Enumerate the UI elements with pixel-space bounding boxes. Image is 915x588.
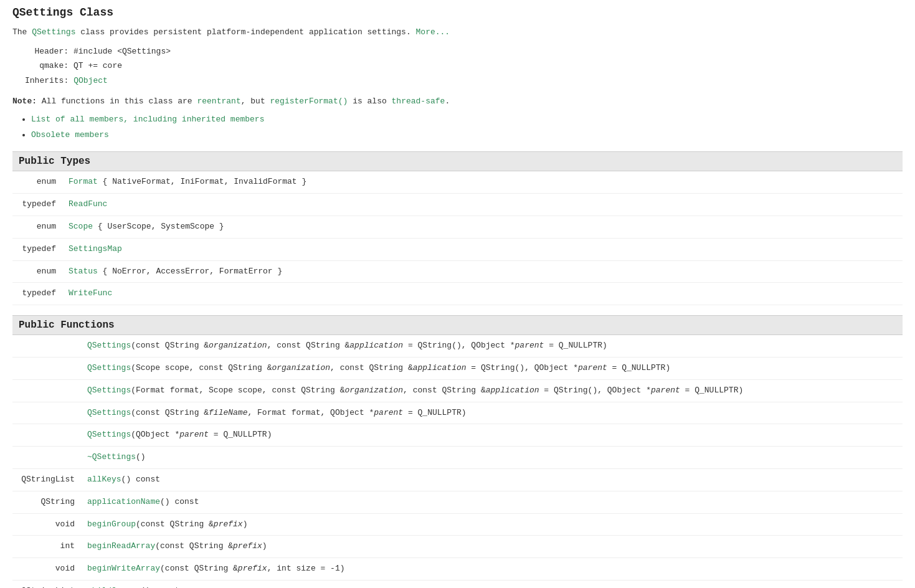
table-row: ~QSettings() [12,447,903,469]
registerformat-link[interactable]: registerFormat() [270,97,348,106]
threadsafe-link[interactable]: thread-safe [392,97,445,106]
public-types-table: enum Format { NativeFormat, IniFormat, I… [12,171,903,305]
table-row: QSettings(Format format, Scope scope, co… [12,379,903,402]
func-signature: ~QSettings() [81,447,903,469]
func-return-type: QStringList [12,468,81,491]
list-item: Obsolete members [31,129,903,142]
more-link[interactable]: More... [416,27,450,37]
type-definition: Scope { UserScope, SystemScope } [62,216,903,238]
public-types-header: Public Types [12,151,903,171]
type-definition: SettingsMap [62,238,903,260]
inherits-label: Inherits: [25,74,69,88]
type-definition: ReadFunc [62,194,903,216]
func-signature: QSettings(QObject *parent = Q_NULLPTR) [81,424,903,447]
func-signature: QSettings(Scope scope, const QString &or… [81,357,903,379]
table-row: QSettings(QObject *parent = Q_NULLPTR) [12,424,903,447]
func-return-type: int [12,536,81,558]
table-row: void beginGroup(const QString &prefix) [12,513,903,536]
func-signature: childGroups() const [81,580,903,588]
func-return-type [12,357,81,379]
type-keyword: enum [12,260,62,283]
table-row: QSettings(Scope scope, const QString &or… [12,357,903,379]
table-row: QString applicationName() const [12,491,903,513]
note-text4: . [445,97,450,106]
func-signature: QSettings(Format format, Scope scope, co… [81,379,903,402]
qsettings-link[interactable]: QSettings [32,27,75,37]
func-signature: applicationName() const [81,491,903,513]
func-return-type [12,335,81,357]
func-return-type: QString [12,491,81,513]
obsolete-link[interactable]: Obsolete members [31,130,109,140]
table-row: typedef ReadFunc [12,194,903,216]
func-signature: beginWriteArray(const QString &prefix, i… [81,558,903,581]
table-row: enum Scope { UserScope, SystemScope } [12,216,903,238]
func-return-type [12,447,81,469]
description-line: The QSettings class provides persistent … [12,26,903,39]
qmake-label: qmake: [25,59,69,73]
note-line: Note: All functions in this class are re… [12,95,903,108]
inherits-row: Inherits: QObject [25,74,903,88]
public-functions-header: Public Functions [12,315,903,335]
type-definition: WriteFunc [62,283,903,305]
func-return-type: void [12,513,81,536]
public-functions-table: QSettings(const QString &organization, c… [12,335,903,588]
note-bold: Note: [12,97,37,106]
func-signature: beginReadArray(const QString &prefix) [81,536,903,558]
func-return-type: void [12,558,81,581]
note-text1: All functions in this class are [37,97,197,106]
type-keyword: enum [12,216,62,238]
page-title: QSettings Class [12,6,903,19]
reentrant-link[interactable]: reentrant [197,97,240,106]
func-return-type [12,379,81,402]
type-keyword: enum [12,171,62,193]
func-return-type [12,402,81,424]
table-row: typedef WriteFunc [12,283,903,305]
desc-text-before: The [12,27,32,37]
table-row: typedef SettingsMap [12,238,903,260]
note-text2: , but [241,97,270,106]
func-signature: QSettings(const QString &fileName, Forma… [81,402,903,424]
type-definition: Status { NoError, AccessError, FormatErr… [62,260,903,283]
table-row: QStringList allKeys() const [12,468,903,491]
note-text3: is also [348,97,391,106]
all-members-link[interactable]: List of all members, including inherited… [31,115,264,124]
func-signature: allKeys() const [81,468,903,491]
qmake-value: QT += core [73,59,122,73]
desc-text-middle: class provides persistent platform-indep… [75,27,415,37]
table-row: enum Format { NativeFormat, IniFormat, I… [12,171,903,193]
table-row: QSettings(const QString &fileName, Forma… [12,402,903,424]
header-row: Header: #include <QSettings> [25,44,903,59]
header-value: #include <QSettings> [73,44,171,59]
type-keyword: typedef [12,238,62,260]
inherits-link[interactable]: QObject [73,74,108,88]
func-return-type [12,424,81,447]
type-definition: Format { NativeFormat, IniFormat, Invali… [62,171,903,193]
type-keyword: typedef [12,194,62,216]
func-return-type: QStringList [12,580,81,588]
func-signature: beginGroup(const QString &prefix) [81,513,903,536]
qmake-row: qmake: QT += core [25,59,903,73]
table-row: QSettings(const QString &organization, c… [12,335,903,357]
header-label: Header: [25,44,69,59]
func-signature: QSettings(const QString &organization, c… [81,335,903,357]
list-item: List of all members, including inherited… [31,113,903,126]
type-keyword: typedef [12,283,62,305]
table-row: void beginWriteArray(const QString &pref… [12,558,903,581]
table-row: enum Status { NoError, AccessError, Form… [12,260,903,283]
bullet-list: List of all members, including inherited… [31,113,903,142]
meta-table: Header: #include <QSettings> qmake: QT +… [25,44,903,88]
table-row: int beginReadArray(const QString &prefix… [12,536,903,558]
table-row: QStringList childGroups() const [12,580,903,588]
